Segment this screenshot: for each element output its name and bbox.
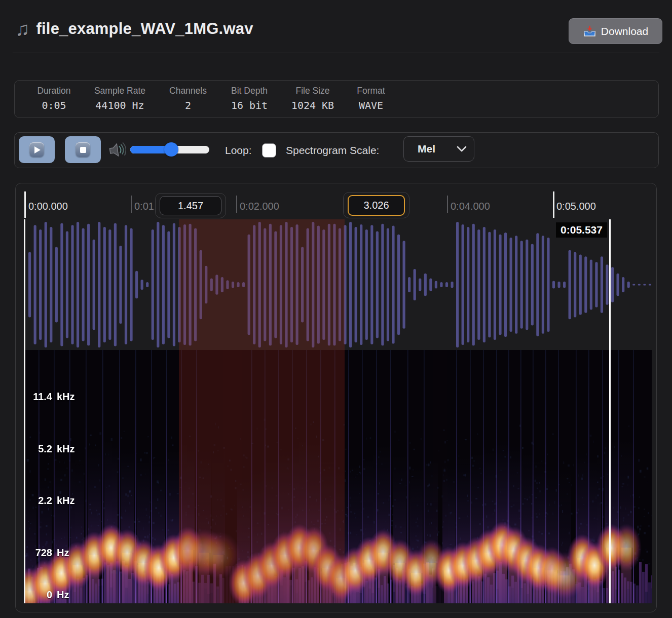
selection-start-wrapper bbox=[155, 193, 226, 218]
meta-bit-depth: Bit Depth 16 bit bbox=[224, 81, 275, 118]
audio-visualization-panel[interactable]: 0:00.000 0:01. 0:02.000 0:04.000 0:05.00… bbox=[15, 183, 657, 612]
freq-label-0hz: 0Hz bbox=[26, 589, 69, 601]
download-tray-icon bbox=[583, 24, 596, 38]
freq-label-728hz: 728Hz bbox=[26, 547, 69, 559]
metadata-bar: Duration 0:05 Sample Rate 44100 Hz Chann… bbox=[14, 80, 659, 118]
play-button[interactable] bbox=[19, 136, 55, 163]
freq-label-5-2khz: 5.2kHz bbox=[26, 443, 75, 455]
meta-file-size: File Size 1024 KB bbox=[285, 81, 341, 118]
ruler-tick-0 bbox=[24, 191, 26, 218]
download-label: Download bbox=[601, 25, 648, 37]
loop-checkbox[interactable] bbox=[262, 143, 276, 158]
ruler-tick-4 bbox=[447, 196, 448, 213]
spectrogram-scale-select[interactable]: Mel bbox=[403, 136, 474, 162]
selection-end-input[interactable] bbox=[348, 195, 405, 216]
ruler-label-2: 0:02.000 bbox=[240, 201, 279, 212]
playhead-time-label: 0:05.537 bbox=[556, 222, 607, 238]
ruler-label-5: 0:05.000 bbox=[556, 201, 596, 212]
selection-end-wrapper bbox=[343, 192, 409, 218]
meta-channels: Channels 2 bbox=[163, 81, 213, 118]
scale-selected-value: Mel bbox=[418, 143, 457, 155]
ruler-tick-1 bbox=[131, 196, 132, 213]
volume-slider[interactable] bbox=[130, 146, 209, 153]
meta-sample-rate: Sample Rate 44100 Hz bbox=[86, 81, 154, 118]
selection-start-input[interactable] bbox=[160, 196, 221, 215]
play-icon bbox=[29, 142, 44, 157]
control-bar: Loop: Spectrogram Scale: Mel bbox=[14, 132, 659, 168]
selection-region[interactable] bbox=[179, 219, 345, 603]
freq-label-11-4khz: 11.4kHz bbox=[26, 391, 75, 403]
freq-label-2-2khz: 2.2kHz bbox=[26, 495, 75, 507]
stop-button[interactable] bbox=[65, 136, 101, 163]
start-marker-line bbox=[24, 219, 25, 603]
speaker-icon bbox=[108, 140, 126, 160]
loop-label: Loop: bbox=[225, 144, 252, 157]
volume-slider-thumb[interactable] bbox=[164, 142, 178, 157]
ruler-tick-2 bbox=[236, 196, 237, 213]
chevron-down-icon bbox=[457, 146, 467, 152]
stop-icon bbox=[76, 142, 90, 157]
ruler-tick-5 bbox=[553, 191, 554, 218]
ruler-label-0: 0:00.000 bbox=[28, 201, 68, 212]
ruler-label-4: 0:04.000 bbox=[451, 201, 490, 212]
meta-format: Format WAVE bbox=[351, 81, 391, 118]
ruler-label-1: 0:01. bbox=[134, 201, 157, 212]
page-title: file_example_WAV_1MG.wav bbox=[36, 20, 253, 38]
playhead-line[interactable] bbox=[609, 219, 611, 603]
spectrogram-scale-label: Spectrogram Scale: bbox=[286, 144, 379, 157]
header-divider bbox=[13, 53, 659, 53]
music-note-icon: ♫ bbox=[15, 19, 30, 38]
download-button[interactable]: Download bbox=[569, 18, 662, 44]
meta-duration: Duration 0:05 bbox=[30, 81, 78, 118]
header: ♫ file_example_WAV_1MG.wav bbox=[15, 19, 253, 38]
